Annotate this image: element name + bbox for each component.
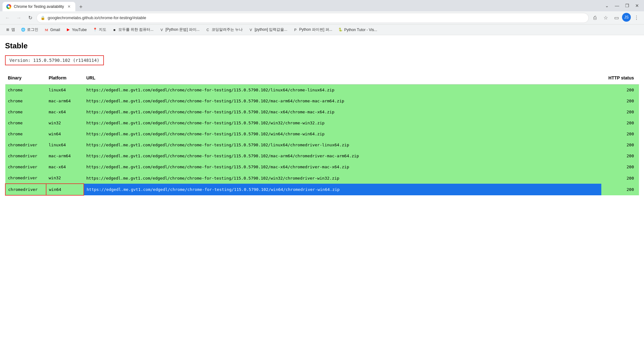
tab-close-button[interactable]: ✕ <box>67 4 72 9</box>
tab-title: Chrome for Testing availability <box>14 4 64 9</box>
bookmark-item-python3[interactable]: PPython 파이썬] 퍼... <box>290 26 335 34</box>
restore-button[interactable]: ❐ <box>623 1 631 10</box>
cell-url-4[interactable]: https://edgedl.me.gvt1.com/edgedl/chrome… <box>84 128 601 139</box>
maps-icon: 📍 <box>93 27 98 32</box>
cell-status-8: 200 <box>601 172 639 184</box>
bookmark-item-apps[interactable]: ⊞앱 <box>3 26 18 34</box>
cell-status-2: 200 <box>601 106 639 117</box>
bookmarks-bar: ⊞앱🌐로그인MGmail▶YouTube📍지도■모두를 위한 컴퓨터...V[P… <box>0 24 644 35</box>
page-title: Stable <box>5 41 639 50</box>
back-button[interactable]: ← <box>3 13 13 23</box>
computer-label: 모두를 위한 컴퓨터... <box>118 27 154 32</box>
new-tab-button[interactable]: + <box>77 3 85 11</box>
split-view-button[interactable]: ▭ <box>611 13 621 23</box>
bookmark-item-tutor[interactable]: 🐍Python Tutor - Vis... <box>335 26 380 34</box>
python3-icon: P <box>293 27 298 32</box>
cell-url-8[interactable]: https://edgedl.me.gvt1.com/edgedl/chrome… <box>84 172 601 184</box>
apps-label: 앱 <box>11 27 15 32</box>
share-button[interactable]: ⎙ <box>590 13 600 23</box>
apps-icon: ⊞ <box>5 27 10 32</box>
python2-icon: V <box>248 27 253 32</box>
bookmark-item-coding[interactable]: C코딩알려주는 누나 <box>203 26 245 34</box>
cell-binary-8: chromedriver <box>5 172 46 184</box>
cell-status-5: 200 <box>601 139 639 150</box>
header-status: HTTP status <box>601 72 639 84</box>
address-text: googlechromelabs.github.io/chrome-for-te… <box>48 15 585 20</box>
table-row: chromedriverlinux64https://edgedl.me.gvt… <box>5 139 639 150</box>
bookmark-item-gmail[interactable]: MGmail <box>41 26 62 34</box>
forward-button[interactable]: → <box>14 13 24 23</box>
login-label: 로그인 <box>27 27 38 32</box>
cell-platform-2: mac-x64 <box>46 106 84 117</box>
cell-platform-8: win32 <box>46 172 84 184</box>
cell-platform-9: win64 <box>46 184 84 195</box>
bookmark-item-computer[interactable]: ■모두를 위한 컴퓨터... <box>110 26 156 34</box>
cell-platform-3: win32 <box>46 117 84 128</box>
cell-platform-1: mac-arm64 <box>46 95 84 106</box>
minimize-button[interactable]: — <box>613 1 621 10</box>
active-tab[interactable]: Chrome for Testing availability ✕ <box>3 2 75 11</box>
cell-url-5[interactable]: https://edgedl.me.gvt1.com/edgedl/chrome… <box>84 139 601 150</box>
table-row: chromewin32https://edgedl.me.gvt1.com/ed… <box>5 117 639 128</box>
coding-icon: C <box>205 27 210 32</box>
cell-status-0: 200 <box>601 84 639 96</box>
table-row: chromewin64https://edgedl.me.gvt1.com/ed… <box>5 128 639 139</box>
bookmark-item-python1[interactable]: V[Python 문법] 파이... <box>157 26 202 34</box>
table-header-row: Binary Platform URL HTTP status <box>5 72 639 84</box>
cell-url-6[interactable]: https://edgedl.me.gvt1.com/edgedl/chrome… <box>84 150 601 161</box>
youtube-label: YouTube <box>72 28 87 32</box>
bookmark-item-login[interactable]: 🌐로그인 <box>18 26 41 34</box>
cell-binary-1: chrome <box>5 95 46 106</box>
cell-status-4: 200 <box>601 128 639 139</box>
address-bar[interactable]: 🔒 googlechromelabs.github.io/chrome-for-… <box>36 13 589 23</box>
maps-label: 지도 <box>99 27 106 32</box>
close-button[interactable]: ✕ <box>633 1 641 10</box>
table-row: chromemac-x64https://edgedl.me.gvt1.com/… <box>5 106 639 117</box>
table-row: chromedriverwin32https://edgedl.me.gvt1.… <box>5 172 639 184</box>
version-box: Version: 115.0.5790.102 (r1148114) <box>5 55 104 65</box>
cell-binary-5: chromedriver <box>5 139 46 150</box>
cell-url-0[interactable]: https://edgedl.me.gvt1.com/edgedl/chrome… <box>84 84 601 96</box>
cell-status-6: 200 <box>601 150 639 161</box>
tab-group: Chrome for Testing availability ✕ + <box>3 0 85 11</box>
nav-actions: ⎙ ☆ ▭ JS ⋮ <box>590 13 641 23</box>
table-row: chromedrivermac-x64https://edgedl.me.gvt… <box>5 161 639 172</box>
cell-url-3[interactable]: https://edgedl.me.gvt1.com/edgedl/chrome… <box>84 117 601 128</box>
cell-binary-4: chrome <box>5 128 46 139</box>
coding-label: 코딩알려주는 누나 <box>212 27 243 32</box>
python3-label: Python 파이썬] 퍼... <box>299 27 332 32</box>
cell-url-9[interactable]: https://edgedl.me.gvt1.com/edgedl/chrome… <box>84 184 601 195</box>
bookmark-item-maps[interactable]: 📍지도 <box>90 26 109 34</box>
lock-icon: 🔒 <box>40 16 45 20</box>
gmail-label: Gmail <box>50 28 60 32</box>
cell-status-1: 200 <box>601 95 639 106</box>
cell-binary-3: chrome <box>5 117 46 128</box>
table-row: chromemac-arm64https://edgedl.me.gvt1.co… <box>5 95 639 106</box>
python2-label: [python] 입력값을... <box>255 27 287 32</box>
bookmark-item-youtube[interactable]: ▶YouTube <box>63 26 89 34</box>
cell-url-1[interactable]: https://edgedl.me.gvt1.com/edgedl/chrome… <box>84 95 601 106</box>
tab-favicon <box>6 4 11 9</box>
menu-button[interactable]: ⋮ <box>631 13 641 23</box>
table-row: chromedriverwin64https://edgedl.me.gvt1.… <box>5 184 639 195</box>
cell-status-9: 200 <box>601 184 639 195</box>
cell-platform-6: mac-arm64 <box>46 150 84 161</box>
cell-status-3: 200 <box>601 117 639 128</box>
cell-url-2[interactable]: https://edgedl.me.gvt1.com/edgedl/chrome… <box>84 106 601 117</box>
bookmark-item-python2[interactable]: V[python] 입력값을... <box>246 26 290 34</box>
gmail-icon: M <box>44 27 49 32</box>
table-row: chromedrivermac-arm64https://edgedl.me.g… <box>5 150 639 161</box>
profile-button[interactable]: JS <box>622 13 631 22</box>
title-bar: Chrome for Testing availability ✕ + ⌄ — … <box>0 0 644 11</box>
cell-binary-6: chromedriver <box>5 150 46 161</box>
cell-url-7[interactable]: https://edgedl.me.gvt1.com/edgedl/chrome… <box>84 161 601 172</box>
cell-binary-2: chrome <box>5 106 46 117</box>
cell-status-7: 200 <box>601 161 639 172</box>
refresh-button[interactable]: ↻ <box>25 13 35 23</box>
tutor-icon: 🐍 <box>338 27 343 32</box>
table-row: chromelinux64https://edgedl.me.gvt1.com/… <box>5 84 639 96</box>
nav-bar: ← → ↻ 🔒 googlechromelabs.github.io/chrom… <box>0 11 644 24</box>
collapse-button[interactable]: ⌄ <box>603 1 611 10</box>
bookmark-button[interactable]: ☆ <box>601 13 611 23</box>
cell-platform-0: linux64 <box>46 84 84 96</box>
